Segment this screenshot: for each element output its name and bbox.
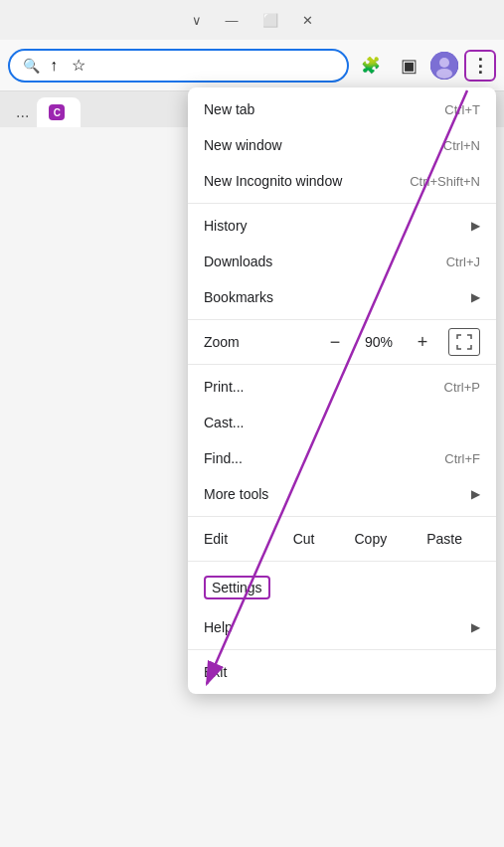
bookmarks-arrow-icon: ▶: [471, 290, 480, 304]
menu-section-exit: Exit: [188, 650, 496, 694]
title-bar: ∨ — ⬜ ✕: [0, 0, 504, 40]
tab-favicon: C: [49, 104, 65, 120]
menu-section-settings: Settings Help ▶: [188, 562, 496, 650]
settings-label: Settings: [204, 576, 270, 599]
active-tab[interactable]: C: [37, 97, 81, 127]
more-tools-arrow-icon: ▶: [471, 487, 480, 501]
zoom-row: Zoom − 90% +: [188, 320, 496, 365]
title-bar-center: ∨ — ⬜ ✕: [192, 13, 313, 28]
menu-section-new: New tab Ctrl+T New window Ctrl+N New Inc…: [188, 87, 496, 204]
share-icon[interactable]: ↑: [50, 57, 58, 75]
chevron-down-icon: ∨: [192, 13, 202, 28]
svg-point-1: [439, 58, 449, 68]
search-icon: 🔍: [22, 57, 40, 75]
edit-buttons: Cut Copy Paste: [275, 525, 480, 553]
menu-item-new-incognito[interactable]: New Incognito window Ctrl+Shift+N: [188, 163, 496, 199]
menu-item-history[interactable]: History ▶: [188, 208, 496, 244]
menu-item-exit[interactable]: Exit: [188, 654, 496, 690]
extensions-icon[interactable]: 🧩: [355, 50, 387, 82]
sidebar-icon[interactable]: ▣: [393, 50, 424, 82]
menu-section-edit: Edit Cut Copy Paste: [188, 517, 496, 562]
copy-button[interactable]: Copy: [337, 525, 406, 553]
paste-button[interactable]: Paste: [409, 525, 480, 553]
menu-item-help[interactable]: Help ▶: [188, 609, 496, 645]
menu-item-bookmarks[interactable]: Bookmarks ▶: [188, 279, 496, 315]
zoom-controls: − 90% +: [321, 328, 480, 356]
browser-toolbar: 🔍 ↑ ☆ 🧩 ▣ ⋮: [0, 40, 504, 91]
menu-item-downloads[interactable]: Downloads Ctrl+J: [188, 244, 496, 279]
tab-overflow: ...: [8, 103, 37, 121]
fullscreen-button[interactable]: [448, 328, 480, 356]
avatar[interactable]: [430, 52, 458, 80]
zoom-value: 90%: [361, 334, 397, 350]
menu-item-new-tab[interactable]: New tab Ctrl+T: [188, 91, 496, 127]
omnibox[interactable]: 🔍 ↑ ☆: [8, 49, 349, 83]
chrome-menu: New tab Ctrl+T New window Ctrl+N New Inc…: [188, 87, 496, 694]
zoom-in-button[interactable]: +: [409, 328, 436, 356]
profile-avatar: [430, 52, 458, 80]
menu-section-nav: History ▶ Downloads Ctrl+J Bookmarks ▶: [188, 204, 496, 320]
menu-section-tools: Print... Ctrl+P Cast... Find... Ctrl+F M…: [188, 365, 496, 517]
minimize-icon: —: [226, 13, 239, 28]
menu-item-cast[interactable]: Cast...: [188, 405, 496, 440]
restore-icon: ⬜: [262, 13, 278, 28]
menu-item-more-tools[interactable]: More tools ▶: [188, 476, 496, 512]
menu-item-new-window[interactable]: New window Ctrl+N: [188, 127, 496, 163]
menu-item-settings[interactable]: Settings: [188, 566, 496, 609]
cut-button[interactable]: Cut: [275, 525, 333, 553]
menu-item-find[interactable]: Find... Ctrl+F: [188, 440, 496, 476]
menu-item-print[interactable]: Print... Ctrl+P: [188, 369, 496, 405]
more-options-button[interactable]: ⋮: [464, 50, 496, 82]
edit-row: Edit Cut Copy Paste: [188, 521, 496, 557]
svg-point-2: [436, 69, 452, 79]
history-arrow-icon: ▶: [471, 219, 480, 233]
zoom-out-button[interactable]: −: [321, 328, 349, 356]
star-icon[interactable]: ☆: [72, 56, 85, 75]
help-arrow-icon: ▶: [471, 620, 480, 634]
close-icon[interactable]: ✕: [302, 13, 313, 28]
